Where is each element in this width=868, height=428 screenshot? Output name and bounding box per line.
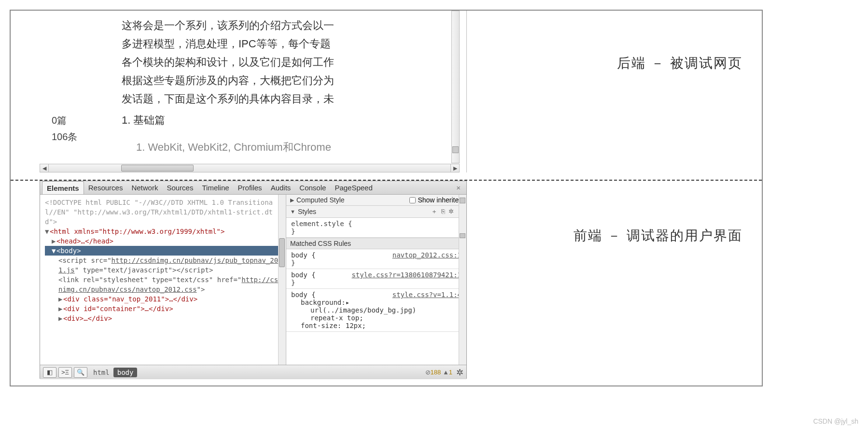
doctype-node[interactable]: <!DOCTYPE html PUBLIC "-//W3C//DTD XHTML… [45,198,284,227]
scrollbar-thumb[interactable] [279,238,285,267]
css-source-link[interactable]: style.css?r=1380610879421:1 [351,271,462,279]
rule-selector: element.style { [291,220,352,228]
article-line: 多进程模型，消息处理，IPC等等，每个专题 [122,35,392,53]
dom-tree[interactable]: <!DOCTYPE html PUBLIC "-//W3C//DTD XHTML… [40,195,286,326]
tab-network[interactable]: Network [127,181,162,194]
scrollbar-thumb[interactable] [452,146,459,153]
div-node[interactable]: ▶<div class="nav_top_2011">…</div> [45,294,284,304]
vertical-scrollbar[interactable] [451,11,460,163]
article-link[interactable]: 1. WebKit, WebKit2, Chromium和Chrome [136,138,392,157]
show-inherited-checkbox[interactable] [409,197,416,203]
rule-selector: body { [291,271,316,279]
devtools-statusbar: ◧ >Ξ 🔍 html body ⊘188 ▲1 ✲ [40,365,466,379]
link-node[interactable]: <link rel="stylesheet" type="text/css" h… [45,275,284,294]
tab-sources[interactable]: Sources [162,181,197,194]
css-source-link[interactable]: navtop_2012.css:1 [392,251,462,259]
computed-style-section[interactable]: ▶ Computed Style Show inherited [286,195,466,206]
article-line: 各个模块的架构和设计，以及它们是如何工作 [122,53,392,71]
script-node[interactable]: <script src="http://csdnimg.cn/pubnav/js… [45,256,284,275]
expand-icon[interactable]: ▶ [290,197,294,203]
tab-console[interactable]: Console [295,181,330,194]
diagram-frame: 0篇 106条 这将会是一个系列，该系列的介绍方式会以一 多进程模型，消息处理，… [10,10,763,386]
css-rule[interactable]: navtop_2012.css:1 body { } [286,249,466,269]
settings-gear-icon[interactable]: ✲ [456,367,463,378]
tab-profiles[interactable]: Profiles [234,181,266,194]
div-node[interactable]: ▶<div id="container">…</div> [45,304,284,314]
scrollbar-thumb[interactable] [121,165,194,171]
article-heading: 1. 基础篇 [122,111,392,129]
browser-viewport: 0篇 106条 这将会是一个系列，该系列的介绍方式会以一 多进程模型，消息处理，… [40,11,467,172]
devtools-window: Elements Resources Network Sources Timel… [40,181,467,379]
css-rule[interactable]: style.css?v=1.1:4 body { background:▸ ur… [286,289,466,332]
tab-resources[interactable]: Resources [84,181,127,194]
styles-section[interactable]: ▼ Styles ＋ ⎘ ✲ ▾ [286,206,466,218]
matched-rules-header: Matched CSS Rules [286,238,466,249]
tab-audits[interactable]: Audits [266,181,295,194]
tab-elements[interactable]: Elements [42,181,84,194]
show-inherited-label: Show inherited [418,196,462,204]
watermark: CSDN @jyl_sh [813,417,858,425]
frontend-label: 前端 － 调试器的用户界面 [574,227,742,245]
styles-toolbar-icons[interactable]: ＋ ⎘ ✲ ▾ [431,207,462,216]
devtools-body: <!DOCTYPE html PUBLIC "-//W3C//DTD XHTML… [40,195,466,365]
css-source-link[interactable]: style.css?v=1.1:4 [392,291,462,299]
computed-style-label: Computed Style [296,196,345,204]
dom-scrollbar[interactable] [278,195,286,365]
scrollbar-thumb[interactable] [460,198,465,203]
scroll-left-arrow[interactable]: ◀ [40,164,49,172]
dom-tree-panel: <!DOCTYPE html PUBLIC "-//W3C//DTD XHTML… [40,195,286,365]
css-property[interactable]: url(../images/body_bg.jpg) [291,306,462,314]
breadcrumb-body[interactable]: body [113,368,138,377]
rule-close: } [291,259,295,267]
frontend-region: Elements Resources Network Sources Timel… [11,181,762,386]
backend-region: 0篇 106条 这将会是一个系列，该系列的介绍方式会以一 多进程模型，消息处理，… [11,11,762,180]
tab-timeline[interactable]: Timeline [197,181,233,194]
article-body: 这将会是一个系列，该系列的介绍方式会以一 多进程模型，消息处理，IPC等等，每个… [122,16,392,157]
tab-pagespeed[interactable]: PageSpeed [330,181,377,194]
page-content: 0篇 106条 这将会是一个系列，该系列的介绍方式会以一 多进程模型，消息处理，… [40,11,460,163]
css-property[interactable]: repeat-x top; [291,314,462,322]
rule-close: } [291,279,295,286]
devtools-tabbar: Elements Resources Network Sources Timel… [40,181,466,195]
scrollbar-track[interactable] [49,164,450,172]
styles-scrollbar[interactable] [459,195,466,365]
close-icon[interactable]: × [452,184,464,192]
styles-label: Styles [298,208,316,215]
element-style-rule[interactable]: element.style {} [286,218,466,238]
article-line: 这将会是一个系列，该系列的介绍方式会以一 [122,16,392,35]
backend-label: 后端 － 被调试网页 [617,54,742,72]
html-node[interactable]: ▼<html xmlns="http://www.w3.org/1999/xht… [45,227,284,236]
sidebar-stats: 0篇 106条 [52,112,77,145]
head-node[interactable]: ▶<head>…</head> [45,236,284,246]
collapse-icon[interactable]: ▼ [290,209,295,214]
scroll-right-arrow[interactable]: ▶ [450,164,459,172]
div-node[interactable]: ▶<div>…</div> [45,314,284,323]
css-property[interactable]: background:▸ [291,299,462,306]
rule-selector: body { [291,291,316,299]
warning-icon: ▲ [443,369,449,376]
error-warning-status[interactable]: ⊘188 ▲1 [425,369,452,376]
stat-articles: 0篇 [52,112,77,128]
article-line: 发话题，下面是这个系列的具体内容目录，未 [122,90,392,108]
console-toggle-button[interactable]: >Ξ [58,367,72,378]
inspect-button[interactable]: 🔍 [74,367,87,378]
stat-comments: 106条 [52,128,77,145]
scrollbar-thumb[interactable] [460,233,465,238]
body-node-selected[interactable]: ▼<body> [45,246,284,256]
styles-panel: ▶ Computed Style Show inherited ▼ Styles… [286,195,466,365]
rule-selector: body { [291,251,316,259]
css-rule[interactable]: style.css?r=1380610879421:1 body { } [286,269,466,289]
article-line: 根据这些专题所涉及的内容，大概把它们分为 [122,71,392,90]
css-property[interactable]: font-size: 12px; [291,322,462,329]
horizontal-scrollbar[interactable]: ◀ ▶ [40,164,460,172]
error-icon: ⊘ [425,369,431,376]
dock-button[interactable]: ◧ [43,367,56,378]
breadcrumb-html[interactable]: html [89,368,113,377]
